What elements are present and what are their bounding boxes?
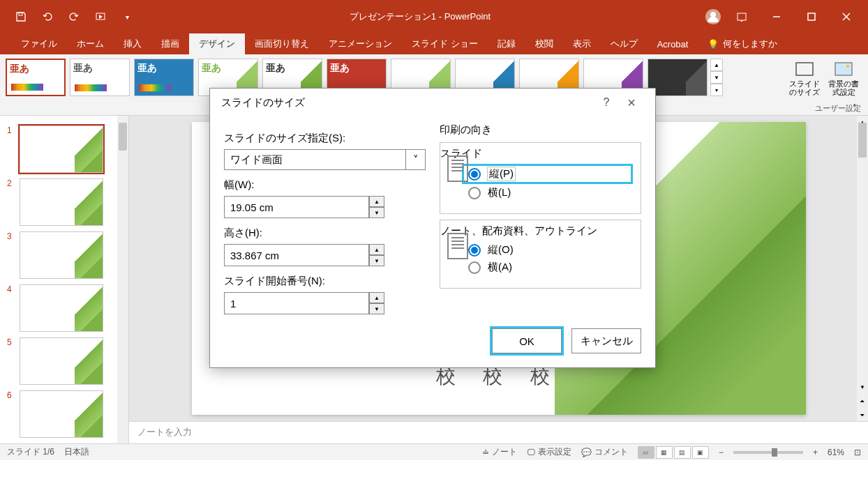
- slide-group-label: スライド: [440, 147, 631, 160]
- panel-scrollbar[interactable]: [117, 116, 128, 443]
- tab-review[interactable]: 校閲: [525, 33, 563, 54]
- slide-size-button[interactable]: スライドのサイズ: [787, 59, 822, 96]
- slide-thumb-item[interactable]: 6: [0, 388, 128, 441]
- zoom-in-button[interactable]: +: [813, 448, 818, 457]
- close-button[interactable]: [830, 3, 862, 31]
- qat-customize-icon[interactable]: ▾: [117, 7, 137, 26]
- tab-design[interactable]: デザイン: [189, 33, 245, 54]
- slide-thumb-item[interactable]: 2: [0, 176, 128, 229]
- tab-file[interactable]: ファイル: [11, 33, 67, 54]
- slide-landscape-radio[interactable]: 横(L): [468, 186, 631, 199]
- redo-icon[interactable]: [64, 7, 84, 26]
- tab-transitions[interactable]: 画面切り替え: [245, 33, 319, 54]
- slide-thumb-item[interactable]: 4: [0, 282, 128, 335]
- tab-insert[interactable]: 挿入: [114, 33, 151, 54]
- spin-up[interactable]: ▲: [369, 244, 384, 255]
- slide-number: 1: [7, 125, 15, 135]
- height-label: 高さ(H):: [224, 227, 426, 240]
- zoom-out-button[interactable]: −: [719, 448, 724, 457]
- next-slide-icon[interactable]: ⏷: [857, 409, 868, 421]
- notes-portrait-radio[interactable]: 縦(O): [468, 243, 631, 257]
- theme-thumb[interactable]: 亜あ: [70, 59, 130, 96]
- account-icon[interactable]: [703, 7, 723, 26]
- slide-thumb-item[interactable]: 1: [0, 123, 128, 176]
- tab-acrobat[interactable]: Acrobat: [648, 33, 698, 54]
- notes-landscape-radio[interactable]: 横(A): [468, 261, 631, 274]
- width-spinner[interactable]: ▲▼: [224, 196, 317, 218]
- save-icon[interactable]: [11, 7, 31, 26]
- tab-record[interactable]: 記録: [488, 33, 525, 54]
- undo-icon[interactable]: [38, 7, 57, 26]
- collapse-ribbon-icon[interactable]: ˄: [853, 103, 857, 112]
- ok-button[interactable]: OK: [492, 328, 562, 353]
- scrollbar-thumb[interactable]: [858, 123, 867, 158]
- format-background-button[interactable]: 背景の書式設定: [826, 59, 861, 96]
- sorter-view-button[interactable]: ▦: [656, 446, 673, 459]
- comments-button[interactable]: 💬コメント: [581, 446, 628, 458]
- normal-view-button[interactable]: ▭: [638, 446, 654, 459]
- theme-variant-thumb[interactable]: [648, 59, 708, 96]
- tab-slideshow[interactable]: スライド ショー: [402, 33, 488, 54]
- tab-home[interactable]: ホーム: [67, 33, 114, 54]
- width-input[interactable]: [224, 196, 369, 218]
- tab-view[interactable]: 表示: [563, 33, 601, 54]
- height-spinner[interactable]: ▲▼: [224, 244, 317, 266]
- start-slideshow-icon[interactable]: [91, 7, 110, 26]
- radio-icon: [468, 244, 481, 257]
- canvas-vscrollbar[interactable]: ▲ ▼ ⏶ ⏷: [857, 116, 868, 421]
- svg-point-11: [846, 65, 849, 68]
- zoom-slider[interactable]: [733, 451, 803, 454]
- spin-down[interactable]: ▼: [369, 207, 384, 218]
- notes-toggle[interactable]: ≐ノート: [482, 446, 517, 458]
- slide-portrait-radio[interactable]: 縦(P): [464, 166, 631, 182]
- spin-up[interactable]: ▲: [369, 292, 384, 303]
- cancel-button[interactable]: キャンセル: [571, 328, 641, 353]
- spin-down[interactable]: ▼: [369, 255, 384, 266]
- format-bg-label: 背景の書式設定: [826, 79, 861, 96]
- maximize-button[interactable]: [795, 3, 828, 31]
- zoom-percent[interactable]: 61%: [828, 448, 844, 457]
- zoom-handle[interactable]: [772, 448, 777, 457]
- start-number-spinner[interactable]: ▲▼: [224, 292, 291, 314]
- slide-thumbnail[interactable]: [20, 284, 103, 332]
- prev-slide-icon[interactable]: ⏶: [857, 395, 868, 407]
- slide-thumb-item[interactable]: 3: [0, 229, 128, 282]
- spin-down[interactable]: ▼: [369, 303, 384, 314]
- theme-thumb[interactable]: 亜あ: [6, 59, 66, 96]
- slide-thumbnail[interactable]: [20, 178, 103, 226]
- slide-thumbnail[interactable]: [20, 125, 103, 173]
- gallery-scroll-up[interactable]: ▲: [710, 59, 723, 71]
- start-number-input[interactable]: [224, 292, 369, 314]
- slide-thumb-item[interactable]: 5: [0, 335, 128, 388]
- scrollbar-thumb[interactable]: [119, 123, 127, 151]
- tab-draw[interactable]: 描画: [151, 33, 189, 54]
- size-spec-value[interactable]: [224, 149, 406, 170]
- theme-thumb[interactable]: 亜あ: [134, 59, 194, 96]
- display-settings-button[interactable]: 🖵表示設定: [527, 446, 571, 458]
- language-indicator[interactable]: 日本語: [64, 446, 89, 458]
- ribbon-display-icon[interactable]: [726, 3, 758, 31]
- tab-help[interactable]: ヘルプ: [601, 33, 648, 54]
- reading-view-button[interactable]: ▤: [674, 446, 691, 459]
- chevron-down-icon[interactable]: ˅: [406, 149, 426, 170]
- notes-input[interactable]: ノートを入力: [129, 421, 868, 443]
- gallery-scroll: ▲ ▼ ▾: [710, 59, 723, 96]
- theme-sample-text: 亜あ: [330, 62, 350, 75]
- tell-me-search[interactable]: 💡 何をしますか: [698, 33, 787, 54]
- slide-thumbnail[interactable]: [20, 337, 103, 385]
- dialog-close-button[interactable]: ×: [619, 90, 644, 115]
- slideshow-view-button[interactable]: ▣: [692, 446, 709, 459]
- tab-animations[interactable]: アニメーション: [319, 33, 402, 54]
- slide-thumbnail[interactable]: [20, 390, 103, 438]
- gallery-scroll-down[interactable]: ▼: [710, 71, 723, 84]
- slide-number: 2: [7, 178, 15, 188]
- dialog-help-button[interactable]: ?: [594, 90, 619, 115]
- height-input[interactable]: [224, 244, 369, 266]
- gallery-more[interactable]: ▾: [710, 84, 723, 96]
- spin-up[interactable]: ▲: [369, 196, 384, 207]
- fit-to-window-button[interactable]: ⊡: [854, 448, 861, 457]
- slide-thumbnail[interactable]: [20, 231, 103, 279]
- minimize-button[interactable]: [761, 3, 793, 31]
- scroll-down-icon[interactable]: ▼: [857, 381, 868, 393]
- size-spec-select[interactable]: ˅: [224, 149, 426, 170]
